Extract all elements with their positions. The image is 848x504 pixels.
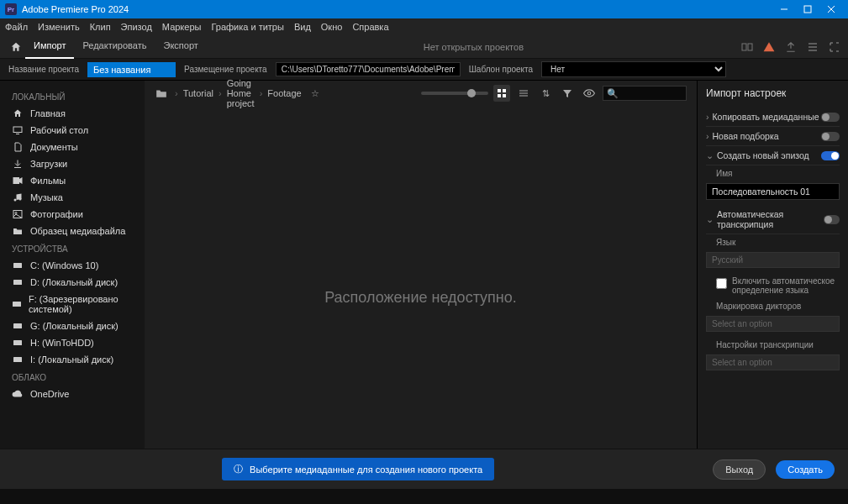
statusbar: [0, 489, 848, 504]
cloud-icon: [12, 390, 24, 398]
svg-rect-25: [503, 94, 506, 97]
video-icon: [12, 176, 24, 185]
sidebar-item-label: Образец медиафайла: [30, 226, 125, 236]
sidebar-item-label: G: (Локальный диск): [30, 321, 119, 331]
drive-icon: [12, 300, 22, 308]
workspace-icon[interactable]: [740, 40, 754, 54]
transcription-settings-select[interactable]: Select an option: [706, 354, 840, 370]
tab-импорт[interactable]: Импорт: [25, 35, 74, 59]
minimize-button[interactable]: [772, 0, 796, 18]
toggle-switch[interactable]: [821, 151, 840, 160]
sidebar-item[interactable]: H: (WinToHDD): [0, 334, 145, 351]
svg-point-12: [14, 199, 17, 202]
close-button[interactable]: [819, 0, 843, 18]
exit-button[interactable]: Выход: [713, 459, 766, 480]
breadcrumb-separator: ›: [219, 88, 222, 98]
project-template-label: Шаблон проекта: [469, 65, 533, 74]
sidebar-item[interactable]: Документы: [0, 139, 145, 155]
project-path-input[interactable]: [276, 62, 461, 76]
toggle-switch[interactable]: [821, 113, 840, 122]
fullscreen-icon[interactable]: [828, 40, 841, 54]
sidebar-item[interactable]: F: (Зарезервировано системой): [0, 291, 145, 318]
warning-icon[interactable]: [762, 40, 776, 54]
svg-rect-18: [13, 302, 21, 307]
filter-button[interactable]: [559, 85, 576, 102]
chevron-right-icon: ›: [706, 131, 709, 141]
menu-справка[interactable]: Справка: [352, 22, 388, 32]
sidebar-item-label: Музыка: [30, 192, 63, 202]
toggle-switch[interactable]: [821, 132, 840, 141]
svg-rect-16: [13, 263, 22, 268]
breadcrumb-item[interactable]: Tutorial: [183, 88, 213, 98]
autodetect-language-checkbox[interactable]: Включить автоматическое определение язык…: [706, 273, 840, 298]
breadcrumb-item[interactable]: Going Home project: [227, 78, 255, 108]
sidebar-item[interactable]: Загрузки: [0, 155, 145, 172]
menu-графика и титры[interactable]: Графика и титры: [211, 22, 283, 32]
preview-button[interactable]: [581, 85, 598, 102]
settings-row[interactable]: ⌄Создать новый эпизод: [706, 146, 840, 165]
sidebar-item[interactable]: Главная: [0, 105, 145, 122]
folder-icon[interactable]: [155, 87, 168, 100]
sidebar-item[interactable]: D: (Локальный диск): [0, 274, 145, 291]
sequence-name-input[interactable]: [706, 183, 840, 200]
svg-rect-22: [498, 89, 501, 92]
breadcrumb-separator: ›: [175, 88, 178, 98]
toggle-switch[interactable]: [824, 215, 840, 224]
list-view-button[interactable]: [515, 85, 532, 102]
sidebar-item-label: OneDrive: [30, 389, 69, 399]
info-icon: ⓘ: [234, 463, 243, 475]
settings-row[interactable]: ›Новая подборка: [706, 127, 840, 146]
sidebar-item[interactable]: G: (Локальный диск): [0, 318, 145, 334]
svg-rect-1: [804, 6, 811, 13]
sidebar-item[interactable]: Фотографии: [0, 206, 145, 223]
create-button[interactable]: Создать: [776, 460, 835, 479]
sidebar-item-label: Документы: [30, 142, 78, 152]
menu-изменить[interactable]: Изменить: [38, 22, 80, 32]
import-settings-panel: Импорт настроек ›Копировать медиаданные›…: [697, 81, 848, 489]
export-icon[interactable]: [784, 40, 798, 54]
project-settings-row: Название проекта Размещение проекта Шабл…: [0, 59, 848, 81]
svg-rect-19: [13, 323, 22, 328]
settings-row[interactable]: ›Копировать медиаданные: [706, 108, 840, 127]
svg-rect-9: [13, 127, 22, 133]
sidebar-item[interactable]: Рабочий стол: [0, 122, 145, 139]
menu-клип[interactable]: Клип: [90, 22, 111, 32]
home-button[interactable]: [7, 41, 25, 53]
svg-rect-5: [748, 44, 752, 50]
music-icon: [12, 192, 24, 202]
tab-редактировать[interactable]: Редактировать: [74, 35, 155, 59]
grid-view-button[interactable]: [493, 85, 510, 102]
sidebar-item[interactable]: Образец медиафайла: [0, 223, 145, 239]
app-icon: Pr: [5, 3, 17, 15]
sidebar-item-label: Главная: [30, 108, 66, 118]
menu-файл[interactable]: Файл: [5, 22, 28, 32]
breadcrumb-separator: ›: [260, 88, 263, 98]
speaker-select[interactable]: Select an option: [706, 316, 840, 332]
settings-row-label: Создать новый эпизод: [717, 150, 809, 160]
breadcrumb-item[interactable]: Footage: [267, 88, 301, 98]
settings-icon[interactable]: [806, 40, 819, 54]
sidebar-item[interactable]: Музыка: [0, 189, 145, 206]
favorite-icon[interactable]: ☆: [308, 87, 322, 100]
maximize-button[interactable]: [796, 0, 819, 18]
project-name-input[interactable]: [87, 62, 176, 77]
menu-эпизод[interactable]: Эпизод: [121, 22, 152, 32]
settings-row[interactable]: ⌄Автоматическая транскрипция: [706, 205, 840, 234]
drive-icon: [12, 278, 24, 286]
menu-маркеры[interactable]: Маркеры: [162, 22, 202, 32]
window-title: Adobe Premiere Pro 2024: [22, 4, 772, 14]
project-template-select[interactable]: Нет: [541, 61, 726, 77]
tab-экспорт[interactable]: Экспорт: [155, 35, 206, 59]
sidebar-item[interactable]: OneDrive: [0, 386, 145, 402]
document-icon: [12, 142, 24, 152]
sidebar-item[interactable]: I: (Локальный диск): [0, 351, 145, 368]
menu-окно[interactable]: Окно: [321, 22, 343, 32]
search-box[interactable]: 🔍: [603, 86, 687, 101]
sort-button[interactable]: ⇅: [537, 85, 554, 102]
sidebar-item[interactable]: Фильмы: [0, 172, 145, 189]
search-input[interactable]: [619, 89, 686, 98]
language-select[interactable]: Русский: [706, 252, 840, 268]
zoom-slider[interactable]: [421, 92, 488, 95]
sidebar-item[interactable]: C: (Windows 10): [0, 257, 145, 274]
menu-вид[interactable]: Вид: [294, 22, 311, 32]
